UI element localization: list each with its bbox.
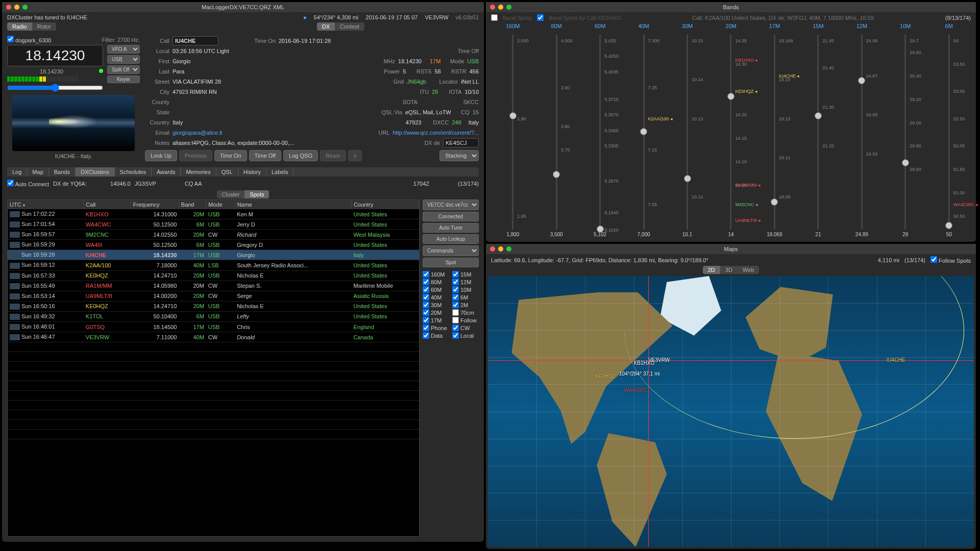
bands-chk2[interactable] <box>537 14 544 21</box>
table-row[interactable]: Sun 16:59:28IU4CHE18.1423017MUSBGiorgioI… <box>8 250 419 260</box>
tab-bands[interactable]: Bands <box>49 167 76 177</box>
map-label: VE3VRW <box>648 357 670 363</box>
previous-button[interactable]: Previous <box>179 150 212 161</box>
filter-20m[interactable]: 20M <box>423 309 449 316</box>
filter-data[interactable]: Data <box>423 332 449 339</box>
tab-log[interactable]: Log <box>7 167 27 177</box>
map-view[interactable]: KE0HQZKB1HXOVE3VRW104°/284° 37.1 miWA4CW… <box>488 276 974 547</box>
table-row[interactable]: Sun 16:50:16KE0HQZ14.2471020MUSBNicholas… <box>8 301 419 311</box>
band-slider-40m[interactable]: 40M7.3007.257.157.05K2AA/100 ◂7,000 <box>622 23 665 239</box>
stacking-select[interactable]: Stacking <box>439 150 479 161</box>
spots-table[interactable]: UTC ▾CallFrequencyBandModeNameCountry Su… <box>7 199 420 537</box>
bands-window: Bands Band Spots Band Spots by Call KB1H… <box>486 2 976 242</box>
tab-awards[interactable]: Awards <box>152 167 181 177</box>
radio-rotor-segment[interactable]: RadioRotor <box>7 22 56 31</box>
tab-qsl[interactable]: QSL <box>216 167 238 177</box>
maps-view-segment[interactable]: 2D3DWeb <box>703 266 760 274</box>
filter-30m[interactable]: 30M <box>423 302 449 308</box>
band-slider-160m[interactable]: 160M2.0001.901.851,800 <box>491 23 534 239</box>
vfo-select[interactable]: VFO A <box>107 45 140 54</box>
keyer-button[interactable]: Keyer <box>107 76 140 83</box>
frequency-display[interactable]: 18.14230 <box>7 45 103 66</box>
beam-button[interactable]: Beam <box>320 150 346 161</box>
connected-button[interactable]: Connected <box>423 212 479 221</box>
table-row[interactable]: Sun 16:53:14UA9MLT/814.0020020MCWSergeAs… <box>8 291 419 301</box>
tab-schedules[interactable]: Schedules <box>115 167 152 177</box>
lookup-button[interactable]: Look Up <box>145 150 177 161</box>
main-tabs[interactable]: LogMapBandsDXClustersSchedulesAwardsMemo… <box>7 167 479 177</box>
filter-cw[interactable]: CW <box>452 324 479 331</box>
cluster-checkbox[interactable]: dogpark_6300 <box>7 36 51 43</box>
url-link[interactable]: http://www.qrz.com/xml/current/?... <box>393 130 479 136</box>
filter-6m[interactable]: 6M <box>452 294 479 300</box>
tab-memories[interactable]: Memories <box>181 167 216 177</box>
map-label: KE0HQZ <box>595 373 615 379</box>
table-row[interactable]: Sun 17:02:22KB1HXO14.3100020MUSBKen MUni… <box>8 209 419 219</box>
bands-chk1[interactable] <box>491 14 498 21</box>
tab-history[interactable]: History <box>238 167 266 177</box>
table-row[interactable]: Sun 16:59:579M2CNC14.0255020MCWRichardWe… <box>8 230 419 240</box>
filter-15m[interactable]: 15M <box>452 271 479 278</box>
dxde-input[interactable] <box>443 138 479 147</box>
table-row[interactable]: Sun 16:59:12K2AA/1007.1800040MLSBSouth J… <box>8 260 419 270</box>
band-slider-6m[interactable]: 6M5453.5053.0052.5052.0051.5051.0050.50W… <box>927 23 971 239</box>
autoconnect-checkbox[interactable]: Auto Connect <box>7 180 49 187</box>
tune-slider[interactable] <box>7 84 103 92</box>
filter-local[interactable]: Local <box>452 332 479 339</box>
band-slider-15m[interactable]: 15M21.4521.4021.3021.2021 <box>796 23 840 239</box>
filter-70cm[interactable]: 70cm <box>452 309 479 316</box>
bands-title: Bands <box>723 4 739 10</box>
mode-select[interactable]: USB <box>107 55 140 64</box>
autotune-button[interactable]: Auto Tune <box>423 223 479 233</box>
window-controls[interactable] <box>6 5 28 10</box>
filter-17m[interactable]: 17M <box>423 317 449 323</box>
band-slider-12m[interactable]: 12M24.9924.9724.9524.9324.89 <box>840 23 884 239</box>
table-row[interactable]: Sun 16:55:49RA1M/MM14.0598020MCWStepan S… <box>8 281 419 291</box>
autolookup-button[interactable]: Auto Lookup <box>423 234 479 244</box>
band-filter-checks[interactable]: 160M 15M 80M 12M 60M 10M 40M 6M 30M 2M 2… <box>423 271 479 339</box>
filter-60m[interactable]: 60M <box>423 286 449 293</box>
follow-spots-checkbox[interactable]: Follow Spots <box>930 256 971 264</box>
table-row[interactable]: Sun 16:49:32K1TOL50.104006MUSBLeftyUnite… <box>8 311 419 321</box>
tab-map[interactable]: Map <box>27 167 48 177</box>
logqso-button[interactable]: Log QSO <box>283 150 318 161</box>
table-row[interactable]: Sun 16:48:01G0TSQ18.1450017MUSBChrisEngl… <box>8 322 419 332</box>
timeon-button[interactable]: Time On <box>214 150 247 161</box>
table-row[interactable]: Sun 17:01:54WA4CWC50.125006MUSBJerry DUn… <box>8 219 419 230</box>
x-button[interactable]: x <box>348 150 362 161</box>
band-slider-20m[interactable]: 20M14.3514.3014.2014.1514.1014.05KB1HXO … <box>709 23 752 239</box>
cluster-select[interactable]: VE7CC dxc.ve7cc... <box>423 199 479 210</box>
table-row[interactable]: Sun 16:59:29WA4III50.125006MUSBGregory D… <box>8 240 419 250</box>
table-row[interactable]: Sun 16:46:47VE3VRW7.1100040MCWDonaldCana… <box>8 332 419 342</box>
band-slider-30m[interactable]: 30M10.1510.1410.1310.1110.1 <box>666 23 709 239</box>
band-slider-17m[interactable]: 17M18.16818.1518.1318.1118.09IU4CHE ◂18.… <box>753 23 796 239</box>
table-side-panel: VE7CC dxc.ve7cc... Connected Auto Tune A… <box>423 199 479 537</box>
filter-40m[interactable]: 40M <box>423 294 449 300</box>
email-link[interactable]: giorgiopara@alice.it <box>173 130 222 136</box>
commands-select[interactable]: Commands <box>423 245 479 256</box>
dx-contest-segment[interactable]: DXContest <box>317 22 364 31</box>
band-slider-10m[interactable]: 10M29.729.6029.4029.2029.0028.8028.6028 <box>884 23 927 239</box>
filter-phone[interactable]: Phone <box>423 324 449 331</box>
band-slider-60m[interactable]: 60M5.4255.42505.40355.37155.35705.34655.… <box>578 23 622 239</box>
timeoff-button[interactable]: Time Off <box>249 150 282 161</box>
spot-button[interactable]: Spot <box>423 258 479 267</box>
window-controls[interactable] <box>490 5 511 10</box>
filter-12m[interactable]: 12M <box>452 279 479 285</box>
call-input[interactable] <box>173 36 218 45</box>
filter-2m[interactable]: 2M <box>452 302 479 308</box>
tab-labels[interactable]: Labels <box>266 167 293 177</box>
band-slider-80m[interactable]: 80M4.0003.903.803.753,500 <box>534 23 578 239</box>
filter-80m[interactable]: 80M <box>423 279 449 285</box>
cluster-spots-segment[interactable]: ClusterSpots <box>217 190 270 198</box>
filter-follow[interactable]: Follow <box>452 317 479 323</box>
window-controls[interactable] <box>490 246 511 252</box>
split-select[interactable]: Split Off <box>107 65 140 74</box>
my-call: VE3VRW <box>425 14 448 20</box>
signal-meter <box>7 77 103 82</box>
table-row[interactable]: Sun 16:57:33KE0HQZ14.2471020MUSBNicholas… <box>8 270 419 281</box>
bands-sliders[interactable]: 160M2.0001.901.851,80080M4.0003.903.803.… <box>486 23 976 242</box>
filter-10m[interactable]: 10M <box>452 286 479 293</box>
tab-dxclusters[interactable]: DXClusters <box>76 167 115 177</box>
filter-160m[interactable]: 160M <box>423 271 449 278</box>
